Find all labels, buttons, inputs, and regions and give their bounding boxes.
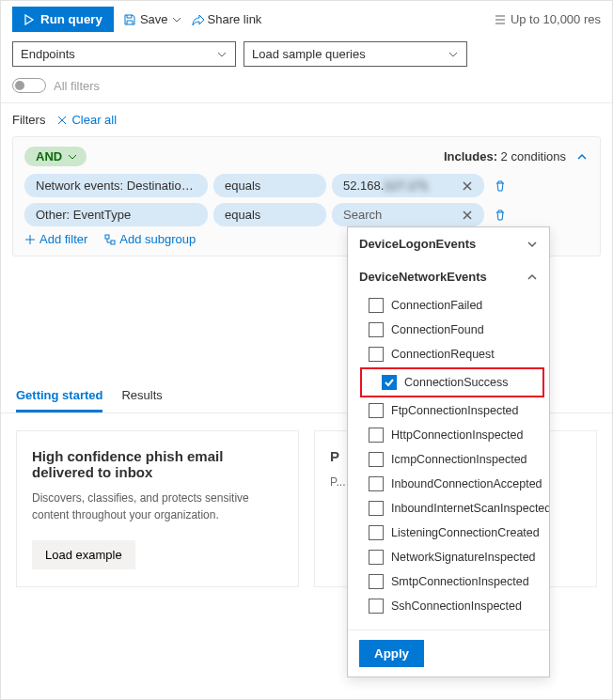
all-filters-row: All filters <box>1 70 612 103</box>
trash-icon <box>494 179 507 193</box>
filter-value-placeholder: Search <box>343 208 382 222</box>
filter-row: Other: EventType equals Search <box>24 203 589 226</box>
sample-queries-label: Load sample queries <box>252 47 366 61</box>
result-limit: Up to 10,000 res <box>494 12 601 26</box>
value-dropdown: DeviceLogonEvents DeviceNetworkEvents Co… <box>347 226 550 677</box>
checkbox[interactable] <box>369 476 384 491</box>
dropdown-item[interactable]: ConnectionFailed <box>348 293 549 318</box>
dropdown-item[interactable]: FtpConnectionInspected <box>348 398 549 423</box>
chevron-up-icon <box>527 272 538 283</box>
checkbox[interactable] <box>369 599 384 614</box>
clear-value-button[interactable] <box>462 210 473 221</box>
dropdown-item[interactable]: IcmpConnectionInspected <box>348 447 549 472</box>
chevron-down-icon <box>172 15 181 24</box>
dropdown-item[interactable]: ConnectionRequest <box>348 342 549 366</box>
includes-summary: Includes: 2 conditions <box>444 149 566 163</box>
result-limit-label: Up to 10,000 res <box>511 12 601 26</box>
dropdown-group-header[interactable]: DeviceNetworkEvents <box>348 260 549 293</box>
dropdown-group-header[interactable]: DeviceProcessEvents <box>348 618 549 630</box>
checkbox[interactable] <box>369 322 384 337</box>
filters-label: Filters <box>12 113 45 127</box>
share-link-button[interactable]: Share link <box>191 12 262 26</box>
chevron-down-icon <box>527 239 538 250</box>
dropdown-item[interactable]: ConnectionSuccess <box>361 368 543 397</box>
tab-results[interactable]: Results <box>121 388 162 412</box>
delete-filter-button[interactable] <box>490 179 511 193</box>
checkbox[interactable] <box>369 347 384 362</box>
checkbox[interactable] <box>369 403 384 418</box>
checkbox[interactable] <box>369 501 384 516</box>
filter-row: Network events: DestinationIPA... equals… <box>24 174 589 197</box>
sample-queries-select[interactable]: Load sample queries <box>244 41 467 67</box>
clear-all-label: Clear all <box>71 113 117 127</box>
check-icon <box>385 378 394 387</box>
checkbox[interactable] <box>369 550 384 565</box>
run-query-label: Run query <box>40 12 102 26</box>
add-filter-label: Add filter <box>39 232 87 246</box>
close-icon <box>462 180 473 192</box>
filter-operator-pill[interactable]: equals <box>213 203 326 226</box>
all-filters-label: All filters <box>54 79 100 93</box>
collapse-group-button[interactable] <box>575 150 589 163</box>
checkbox[interactable] <box>369 574 384 589</box>
dropdown-item[interactable]: SshConnectionInspected <box>348 594 549 618</box>
clear-all-button[interactable]: Clear all <box>56 113 117 127</box>
clear-icon <box>56 115 68 126</box>
svg-rect-0 <box>105 235 109 239</box>
logic-operator-label: AND <box>36 149 62 163</box>
checkbox[interactable] <box>369 428 384 443</box>
list-icon <box>494 13 507 26</box>
filter-value-pill[interactable]: Search <box>332 203 484 226</box>
endpoints-select-label: Endpoints <box>21 47 75 61</box>
example-card-desc: Discovers, classifies, and protects sens… <box>32 490 283 523</box>
dropdown-item[interactable]: InboundInternetScanInspected <box>348 496 549 521</box>
add-subgroup-button[interactable]: Add subgroup <box>104 232 196 246</box>
filter-field-pill[interactable]: Network events: DestinationIPA... <box>24 174 208 197</box>
chevron-down-icon <box>216 49 228 60</box>
dropdown-item[interactable]: InboundConnectionAccepted <box>348 472 549 496</box>
selects-row: Endpoints Load sample queries <box>1 38 612 70</box>
tab-getting-started[interactable]: Getting started <box>16 388 102 412</box>
dropdown-item[interactable]: SmtpConnectionInspected <box>348 569 549 594</box>
apply-button[interactable]: Apply <box>359 640 424 667</box>
save-button[interactable]: Save <box>123 12 181 26</box>
trash-icon <box>494 209 507 222</box>
dropdown-item-label: FtpConnectionInspected <box>391 404 519 417</box>
filter-value-pill[interactable]: 52.168.117.171 <box>332 174 484 197</box>
checkbox[interactable] <box>382 375 397 390</box>
dropdown-item[interactable]: ListeningConnectionCreated <box>348 521 549 545</box>
filters-header: Filters Clear all <box>1 103 612 136</box>
dropdown-group-header[interactable]: DeviceLogonEvents <box>348 227 549 260</box>
close-icon <box>462 210 473 221</box>
example-card: High confidence phish email delivered to… <box>16 430 299 587</box>
all-filters-toggle[interactable] <box>12 78 46 93</box>
add-filter-button[interactable]: Add filter <box>24 232 87 246</box>
run-query-button[interactable]: Run query <box>12 7 114 32</box>
dropdown-item-label: HttpConnectionInspected <box>391 428 523 442</box>
logic-operator-pill[interactable]: AND <box>24 147 86 166</box>
filter-value-text: 52.168. <box>343 179 384 193</box>
includes-prefix: Includes: <box>444 149 497 163</box>
dropdown-group-label: DeviceNetworkEvents <box>359 270 487 284</box>
filter-field-pill[interactable]: Other: EventType <box>24 203 208 226</box>
delete-filter-button[interactable] <box>490 209 511 222</box>
checkbox[interactable] <box>369 525 384 540</box>
clear-value-button[interactable] <box>462 180 473 192</box>
chevron-down-icon <box>448 49 459 60</box>
endpoints-select[interactable]: Endpoints <box>12 41 236 67</box>
chevron-down-icon <box>68 152 77 162</box>
dropdown-item-label: ListeningConnectionCreated <box>391 526 540 539</box>
subgroup-icon <box>104 234 116 245</box>
play-icon <box>24 14 35 25</box>
includes-count: 2 conditions <box>501 149 566 163</box>
dropdown-item[interactable]: NetworkSignatureInspected <box>348 545 549 569</box>
load-example-button[interactable]: Load example <box>32 540 135 569</box>
dropdown-item[interactable]: ConnectionFound <box>348 318 549 342</box>
checkbox[interactable] <box>369 452 384 467</box>
dropdown-footer: Apply <box>348 630 549 677</box>
dropdown-item-label: ConnectionFailed <box>391 299 482 312</box>
dropdown-item[interactable]: HttpConnectionInspected <box>348 423 549 447</box>
dropdown-scroll[interactable]: DeviceLogonEvents DeviceNetworkEvents Co… <box>348 227 549 630</box>
checkbox[interactable] <box>369 298 384 313</box>
filter-operator-pill[interactable]: equals <box>213 174 326 197</box>
